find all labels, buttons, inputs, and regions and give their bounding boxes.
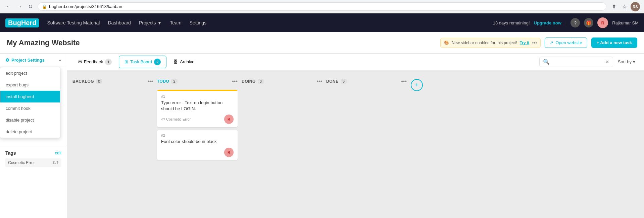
trial-text: 13 days remaining! [493,20,530,25]
column-done-header: DONE 0 ••• [326,76,407,87]
feedback-icon: ✉ [78,59,82,64]
task-num-2: #2 [161,133,234,137]
column-backlog-header: BACKLOG 0 ••• [72,76,153,87]
upgrade-now-link[interactable]: Upgrade now [534,20,561,25]
task-assignee-2[interactable]: R [224,148,234,157]
nav-settings[interactable]: Settings [190,20,207,25]
sidebar: ⚙ Project Settings « edit project export… [0,54,67,218]
tag-count: 0/1 [53,160,59,165]
search-input[interactable] [552,59,603,64]
gear-icon: ⚙ [5,58,9,63]
tab-feedback[interactable]: ✉ Feedback 1 [72,56,117,68]
tag-item-cosmetic-error[interactable]: Cosmetic Error 0/1 [5,158,61,167]
collapse-icon[interactable]: « [59,58,61,63]
sidebar-item-edit-project[interactable]: edit project [0,67,60,79]
chevron-down-icon: ▼ [157,20,162,25]
logo[interactable]: BugHerd [5,18,39,27]
search-clear-icon[interactable]: ✕ [605,59,609,65]
taskboard-badge: 2 [154,59,161,65]
doing-title: DOING [242,79,256,84]
column-backlog: BACKLOG 0 ••• [72,76,153,90]
browser-user-avatar[interactable]: RS [631,2,640,11]
tabs-bar: ✉ Feedback 1 ⊞ Task Board 2 🗄 Archive 🔍 … [67,54,644,70]
task-assignee-1[interactable]: R [224,115,234,124]
tab-task-board[interactable]: ⊞ Task Board 2 [119,56,166,68]
banner-text: New sidebar enabled for this project! [452,41,517,45]
task-footer-1: 🏷 Cosmetic Error R [161,115,234,124]
search-icon: 🔍 [543,59,550,65]
column-todo: TODO 2 ••• #1 Typo error - Text on login… [157,76,238,163]
sidebar-item-disable-project[interactable]: disable project [0,114,60,126]
gift-icon[interactable]: 🎁 [584,18,593,27]
todo-title: TODO [157,79,169,84]
project-settings-label: Project Settings [11,58,45,63]
kanban-area: ✉ Feedback 1 ⊞ Task Board 2 🗄 Archive 🔍 … [67,54,644,218]
more-options-icon[interactable]: ••• [532,40,537,46]
archive-icon: 🗄 [174,59,178,64]
sidebar-item-install-bugherd[interactable]: install bugherd [0,91,60,102]
try-it-link[interactable]: Try it [520,41,530,45]
nav-projects[interactable]: Projects ▼ [139,20,162,25]
tag-icon: 🏷 [161,117,165,121]
doing-more-icon[interactable]: ••• [316,78,322,84]
sort-button[interactable]: Sort by ▾ [614,58,639,66]
sort-label: Sort by [618,59,632,64]
add-column-button[interactable]: + [411,79,423,91]
done-more-icon[interactable]: ••• [401,78,407,84]
card-body-1: #1 Typo error - Text on login button sho… [157,91,238,127]
kanban-columns: BACKLOG 0 ••• TODO 2 ••• #1 Typo err [67,70,644,218]
task-card-2[interactable]: #2 Font color should be in black R [157,130,238,160]
task-title-2: Font color should be in black [161,139,234,145]
nav-team[interactable]: Team [170,20,181,25]
page-header: My Amazing Website 🎨 New sidebar enabled… [0,32,644,54]
nav-dashboard[interactable]: Dashboard [108,20,131,25]
tag-label: Cosmetic Error [8,160,35,165]
task-footer-2: R [161,148,234,157]
url-input[interactable] [49,4,602,9]
backlog-title: BACKLOG [72,79,94,84]
todo-more-icon[interactable]: ••• [232,78,238,84]
logo-text: BugHerd [5,18,39,27]
user-avatar[interactable]: R [597,17,608,28]
backlog-more-icon[interactable]: ••• [147,78,153,84]
project-settings-row[interactable]: ⚙ Project Settings « [0,54,67,67]
sidebar-item-delete-project[interactable]: delete project [0,126,60,138]
external-link-icon: ↗ [550,40,553,45]
browser-nav: ← → ↻ [4,2,35,11]
share-button[interactable]: ⬆ [609,2,618,11]
top-nav: BugHerd Software Testing Material Dashbo… [0,13,644,32]
column-doing-header: DOING 0 ••• [242,76,322,87]
banner-emoji: 🎨 [444,41,449,45]
search-box[interactable]: 🔍 ✕ [539,57,613,67]
address-bar[interactable]: 🔒 [38,2,606,11]
back-button[interactable]: ← [4,2,13,11]
sidebar-item-commit-hook[interactable]: commit hook [0,102,60,114]
forward-button[interactable]: → [15,2,24,11]
feedback-badge: 1 [105,59,112,65]
add-task-button[interactable]: + Add a new task [591,38,637,48]
sidebar-dropdown-menu: edit project export bugs install bugherd… [0,67,60,138]
reload-button[interactable]: ↻ [26,2,35,11]
nav-software-testing-material[interactable]: Software Testing Material [47,20,100,25]
tab-archive[interactable]: 🗄 Archive [168,56,200,67]
task-card-1[interactable]: #1 Typo error - Text on login button sho… [157,90,238,127]
help-icon[interactable]: ? [571,18,580,27]
browser-chrome: ← → ↻ 🔒 ⬆ ☆ RS [0,0,644,13]
tags-edit-link[interactable]: edit [55,151,61,155]
browser-actions: ⬆ ☆ RS [609,2,640,11]
header-actions: 🎨 New sidebar enabled for this project! … [440,38,637,48]
done-count: 0 [341,79,347,84]
sidebar-item-export-bugs[interactable]: export bugs [0,79,60,91]
todo-count: 2 [171,79,177,84]
card-body-2: #2 Font color should be in black R [157,130,238,160]
task-num-1: #1 [161,94,234,98]
open-website-button[interactable]: ↗ Open website [545,38,587,48]
taskboard-icon: ⊞ [125,59,128,64]
nav-right: 13 days remaining! Upgrade now | ? 🎁 R R… [493,17,639,28]
main-layout: ⚙ Project Settings « edit project export… [0,54,644,218]
done-title: DONE [326,79,339,84]
nav-links: Software Testing Material Dashboard Proj… [47,20,493,25]
user-name: Rajkumar SM [612,20,639,25]
bookmark-button[interactable]: ☆ [620,2,629,11]
sidebar-tags-section: Tags edit Cosmetic Error 0/1 [0,145,67,172]
